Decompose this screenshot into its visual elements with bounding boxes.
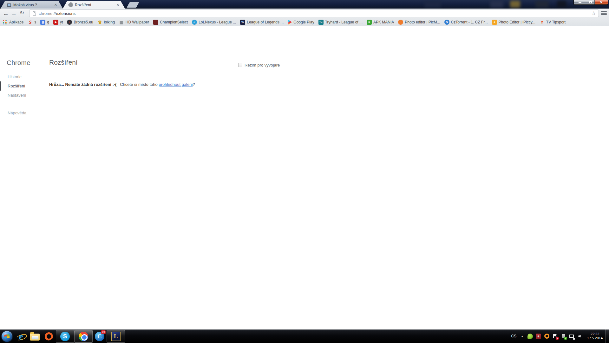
bookmark-item[interactable]: Y TV Tipsport	[538, 19, 567, 25]
language-indicator[interactable]: CS	[511, 334, 516, 338]
alert-badge: ✕	[556, 337, 559, 340]
red-app-tray-icon[interactable]: ♞	[536, 334, 541, 339]
page-icon	[33, 11, 36, 16]
forward-button[interactable]: →	[11, 10, 17, 16]
developer-mode-label: Režim pro vývojáře	[245, 63, 280, 67]
address-bar[interactable]: chrome://extensions ☆	[29, 10, 599, 17]
explorer-folder-icon[interactable]	[28, 330, 42, 343]
heading-divider	[49, 70, 277, 70]
bookmark-item[interactable]: ✦ Photo Editor | iPiccy...	[491, 19, 537, 25]
hidden-icons-chevron[interactable]: ▲	[521, 335, 523, 338]
taskbar-apps: e S C L	[0, 329, 125, 343]
reload-button[interactable]: ↻	[20, 10, 24, 16]
antivirus-tray-icon[interactable]	[527, 334, 533, 339]
no-extensions-message: Hrůza... Nemáte žádná rozšíření :-( Chce…	[49, 82, 195, 87]
no-extensions-bold: Hrůza... Nemáte žádná rozšíření :-(	[49, 82, 116, 87]
extensions-page: Chrome HistorieRozšířeníNastaveníNápověd…	[0, 27, 609, 329]
bookmarks-bar: Aplikace S s g g ▶ yt ● Bronze5.eu ♛ lol…	[1, 18, 601, 26]
curse-icon[interactable]: C	[93, 330, 107, 343]
clock-date: 17.5.2014	[587, 336, 603, 340]
minimize-icon	[579, 2, 581, 3]
league-of-legends-button[interactable]: L	[107, 330, 125, 343]
action-center-icon[interactable]: ✕	[552, 334, 558, 339]
clock[interactable]: 22:22 17.5.2014	[587, 332, 603, 340]
network-icon[interactable]	[569, 334, 574, 339]
monitor-icon	[7, 3, 11, 7]
chrome-menu-icon[interactable]	[601, 11, 607, 15]
bookmark-item[interactable]: ✶ APK MANIA	[365, 19, 395, 25]
volume-icon[interactable]	[577, 334, 582, 339]
tab-close-icon[interactable]: ✕	[54, 3, 57, 7]
taskbar-app-icon: C	[95, 332, 104, 341]
tab-rozsireni[interactable]: Rozšíření ✕	[63, 1, 125, 9]
tab-title: Možná virus ?	[13, 3, 52, 7]
bookmark-item[interactable]: ChampionSelect	[152, 19, 189, 25]
tab-title: Rozšíření	[75, 3, 115, 7]
tryhard-icon: TH	[318, 20, 324, 25]
start-button[interactable]	[0, 330, 14, 343]
close-icon: ✕	[600, 1, 603, 4]
championselect-icon	[153, 20, 158, 25]
bookmark-item[interactable]: ● Bronze5.eu	[66, 19, 94, 25]
ipiccy-icon: ✦	[492, 20, 497, 25]
developer-mode-checkbox[interactable]	[238, 63, 242, 67]
taskbar-app-icon	[79, 332, 88, 341]
taskbar-app-icon: e	[16, 332, 26, 341]
lolnexus-icon: ✓	[192, 20, 197, 25]
chrome-button[interactable]	[74, 330, 93, 343]
taskbar-app-icon: S	[60, 332, 70, 341]
bookmark-item[interactable]: W League of Legends ...	[239, 19, 285, 25]
titlebar-reflection	[510, 1, 520, 8]
no-extensions-suffix: ?	[193, 82, 195, 87]
orange-app-tray-icon[interactable]	[544, 334, 549, 339]
system-tray: CS ▲ ♞ ✕ ✓ 22:22 17.5.2014	[511, 329, 604, 343]
bookmark-item[interactable]: ♛ lolking	[96, 19, 116, 25]
taskbar-app-icon	[2, 331, 12, 342]
bookmark-item[interactable]: S s	[26, 19, 37, 25]
taskbar-app-icon	[30, 334, 40, 341]
titlebar-reflection	[557, 1, 566, 8]
bookmark-star-icon[interactable]: ☆	[592, 11, 596, 16]
origin-icon[interactable]	[42, 330, 56, 343]
tab-mozna-virus[interactable]: Možná virus ? ✕	[1, 1, 63, 9]
sidebar-item[interactable]: Nastavení	[0, 91, 48, 100]
show-desktop-button[interactable]	[605, 329, 609, 343]
youtube-icon: ▶	[53, 20, 58, 25]
tab-close-icon[interactable]: ✕	[116, 3, 119, 7]
bookmark-item[interactable]: ✓ LoLNexus - League ...	[191, 19, 237, 25]
minimize-button[interactable]	[574, 0, 586, 4]
no-extensions-text: Chcete si místo toho	[120, 82, 159, 87]
ok-badge: ✓	[564, 337, 567, 340]
usb-eject-icon[interactable]: ✓	[560, 334, 566, 339]
back-button[interactable]: ←	[3, 10, 9, 16]
maximize-button[interactable]	[586, 0, 595, 4]
sidebar-item[interactable]: Nápověda	[0, 108, 48, 118]
apkmania-icon: ✶	[367, 20, 372, 25]
close-button[interactable]: ✕	[595, 0, 608, 4]
titlebar-reflection	[535, 1, 549, 8]
skype-button[interactable]: S	[56, 330, 74, 343]
url-text: chrome://extensions	[39, 11, 75, 16]
puzzle-icon	[69, 3, 73, 7]
hdwallpaper-icon: ▦	[119, 20, 124, 25]
page-heading: Rozšíření	[49, 59, 78, 66]
bookmark-item[interactable]: ▶ yt	[52, 19, 64, 25]
clock-time: 22:22	[587, 332, 603, 336]
bookmark-item[interactable]: G CzTorrent - 1. CZ Fr...	[443, 19, 489, 25]
bookmark-item[interactable]: g g	[39, 19, 50, 25]
bookmark-item[interactable]: ▦ HD Wallpaper	[118, 19, 150, 25]
bookmark-item[interactable]: Google Play	[286, 19, 315, 25]
gallery-link[interactable]: prohlédnout galerii	[159, 82, 193, 87]
bronze5-icon: ●	[67, 20, 72, 25]
screen: ✕ Možná virus ? ✕ Rozšíření ✕ ← → ↻ chro…	[0, 0, 609, 364]
picmonkey-icon	[398, 20, 403, 25]
bookmark-item[interactable]: Aplikace	[1, 19, 25, 25]
sidebar-item[interactable]: Rozšíření	[0, 81, 48, 91]
sidebar-item[interactable]: Historie	[0, 72, 48, 81]
bookmark-item[interactable]: Photo editor | PicM...	[397, 19, 441, 25]
window-controls: ✕	[573, 0, 608, 5]
tipsport-icon: Y	[540, 20, 545, 25]
internet-explorer-icon[interactable]: e	[14, 330, 28, 343]
bookmark-item[interactable]: TH Tryhard - League of ...	[317, 19, 364, 25]
apps-grid-icon	[3, 20, 8, 25]
